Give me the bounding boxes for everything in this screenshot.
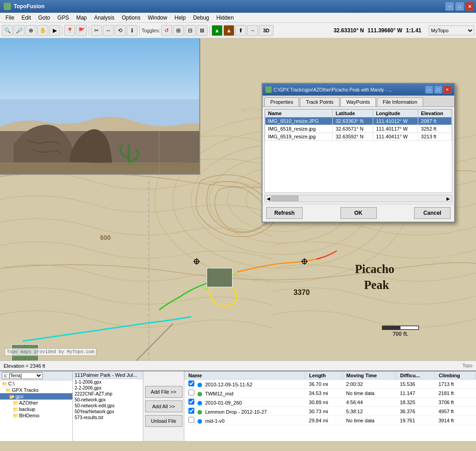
add-file-button[interactable]: Add File >> bbox=[145, 386, 182, 398]
unload-file-button[interactable]: Unload File bbox=[145, 415, 182, 427]
toggles-label: Toggles: bbox=[142, 28, 160, 33]
cancel-button[interactable]: Cancel bbox=[414, 207, 451, 219]
add-all-button[interactable]: Add All >> bbox=[145, 400, 182, 412]
tree-item-bhdemo[interactable]: 📁 BHDemo bbox=[0, 412, 72, 419]
track-checkbox-2[interactable] bbox=[188, 399, 194, 405]
track-length-3: 30.73 mi bbox=[305, 407, 343, 416]
btn-3d[interactable]: 3D bbox=[259, 25, 273, 36]
svg-text:Peak: Peak bbox=[364, 279, 389, 292]
track-row-4[interactable]: mid-1-v0 29.84 mi No time data 19.761 39… bbox=[185, 416, 476, 425]
info-button[interactable]: ℹ bbox=[127, 25, 137, 36]
tree-item-gpx-tracks[interactable]: 📁 GPX Tracks bbox=[0, 387, 72, 393]
wp-lon-0: 111.41012° W bbox=[373, 117, 418, 125]
tree-item-gpx[interactable]: 📂 gpx bbox=[0, 393, 72, 400]
waypoint-row-1[interactable]: IMG_6518_resize.jpg 32.63571° N 111.4011… bbox=[265, 125, 452, 133]
dialog-scrollbar-thumb[interactable] bbox=[271, 196, 299, 201]
track-checkbox-0[interactable] bbox=[188, 380, 194, 386]
dialog-tabs: Properties Track Points WayPoints File I… bbox=[263, 96, 454, 107]
toggle-3[interactable]: ⊟ bbox=[185, 25, 196, 36]
color-btn-2[interactable]: ▲ bbox=[223, 25, 234, 36]
file-item-2[interactable]: 2222CNF-AZT.shp bbox=[73, 391, 143, 397]
menu-options[interactable]: Options bbox=[118, 14, 144, 22]
zoom-in-button[interactable]: 🔍 bbox=[2, 25, 13, 36]
dialog-minimize-button[interactable]: ─ bbox=[425, 86, 433, 94]
export-button[interactable]: ⬆ bbox=[235, 25, 246, 36]
menu-bar: File Edit Goto GPS Map Analysis Options … bbox=[0, 13, 476, 23]
track-col-length: Length bbox=[305, 372, 343, 380]
track-checkbox-1[interactable] bbox=[188, 390, 194, 395]
dialog-maximize-button[interactable]: □ bbox=[434, 86, 442, 94]
toggle-1[interactable]: ↺ bbox=[161, 25, 172, 36]
wp-elev-1: 3252 ft bbox=[418, 125, 452, 133]
toggle-2[interactable]: ⊞ bbox=[173, 25, 184, 36]
tab-track-points[interactable]: Track Points bbox=[300, 97, 339, 106]
toggle-4[interactable]: ⊠ bbox=[197, 25, 208, 36]
folder-icon-4: 📁 bbox=[13, 407, 18, 412]
pan-button[interactable]: ✋ bbox=[37, 25, 48, 36]
cut-button[interactable]: ✂ bbox=[91, 25, 102, 36]
menu-edit[interactable]: Edit bbox=[18, 14, 35, 22]
menu-analysis[interactable]: Analysis bbox=[91, 14, 118, 22]
reverse-button[interactable]: ⟲ bbox=[115, 25, 126, 36]
toolbar-sep-4 bbox=[209, 25, 210, 35]
tree-item-azother[interactable]: 📁 AZOther bbox=[0, 400, 72, 406]
refresh-button[interactable]: Refresh bbox=[266, 207, 303, 219]
track-row-1[interactable]: TWM12_mid 34.53 mi No time data 11.147 2… bbox=[185, 389, 476, 398]
track-row-3[interactable]: Lemmon Drop - 2012-10-27 30.73 mi 5:38:1… bbox=[185, 407, 476, 416]
app-icon bbox=[4, 3, 11, 10]
select-button[interactable]: ▶ bbox=[49, 25, 60, 36]
menu-file[interactable]: File bbox=[2, 14, 18, 22]
arrow-button[interactable]: → bbox=[247, 25, 258, 36]
maximize-button[interactable]: □ bbox=[455, 2, 464, 11]
svg-rect-24 bbox=[382, 326, 400, 329]
flag-button[interactable]: 🚩 bbox=[76, 25, 87, 36]
track-row-0[interactable]: 2010-12-09-15-11-52 36.70 mi 2:00:32 15.… bbox=[185, 380, 476, 389]
waypoint-button[interactable]: 📍 bbox=[64, 25, 75, 36]
track-list-panel[interactable]: Name Length Moving Time Difficu... Climb… bbox=[184, 371, 476, 441]
color-btn-1[interactable]: ▲ bbox=[212, 25, 223, 36]
drive-select[interactable]: c: [Terra] bbox=[2, 372, 43, 379]
file-item-4[interactable]: 50-network-edit.gpx bbox=[73, 403, 143, 409]
file-item-6[interactable]: 573-results.txt bbox=[73, 415, 143, 421]
map-source-select[interactable]: MyTopo USGS Topo Aerial Street bbox=[429, 25, 474, 35]
waypoint-row-0[interactable]: IMG_6510_resize.JPG 32.63363° N 111.4101… bbox=[265, 117, 452, 125]
menu-map[interactable]: Map bbox=[72, 14, 90, 22]
menu-help[interactable]: Help bbox=[171, 14, 189, 22]
dialog-table-area[interactable]: Name Latitude Longitude Elevation IMG_65… bbox=[264, 109, 452, 193]
waypoint-row-2[interactable]: IMG_6519_resize.jpg 32.63592° N 111.4041… bbox=[265, 133, 452, 141]
track-climbing-2: 3706 ft bbox=[435, 398, 476, 407]
dialog-title: C:\GPX Tracks\gpx\AZOther\Picacho Peak w… bbox=[273, 87, 392, 92]
file-item-1[interactable]: 2-2-2006.gpx bbox=[73, 385, 143, 391]
join-button[interactable]: ↔ bbox=[103, 25, 114, 36]
menu-hidden[interactable]: Hidden bbox=[213, 14, 238, 22]
file-item-0[interactable]: 1-1-2006.gpx bbox=[73, 379, 143, 385]
dialog-scrollbar[interactable]: ◀ ▶ bbox=[264, 195, 452, 202]
tab-file-info[interactable]: File Information bbox=[377, 97, 423, 106]
dialog-close-button[interactable]: ✕ bbox=[443, 86, 451, 94]
tree-item-c[interactable]: 📁 C:\ bbox=[0, 380, 72, 387]
menu-window[interactable]: Window bbox=[144, 14, 171, 22]
close-button[interactable]: ✕ bbox=[465, 2, 474, 11]
wp-elev-0: 2087 ft bbox=[418, 117, 452, 125]
elevation-display: Elevation = 2346 ft bbox=[4, 363, 45, 369]
tab-waypoints[interactable]: WayPoints bbox=[340, 97, 376, 106]
tree-item-backup[interactable]: 📁 backup bbox=[0, 406, 72, 412]
menu-goto[interactable]: Goto bbox=[35, 14, 54, 22]
file-item-3[interactable]: 50-network.gpx bbox=[73, 397, 143, 403]
track-checkbox-3[interactable] bbox=[188, 408, 194, 414]
wp-lat-2: 32.63592° N bbox=[333, 133, 373, 141]
minimize-button[interactable]: ─ bbox=[445, 2, 454, 11]
tree-label-c: C:\ bbox=[8, 381, 15, 386]
zoom-out-button[interactable]: 🔎 bbox=[14, 25, 25, 36]
map-container[interactable]: 600 bbox=[0, 38, 476, 360]
ok-button[interactable]: OK bbox=[340, 207, 377, 219]
menu-gps[interactable]: GPS bbox=[54, 14, 72, 22]
file-item-5[interactable]: 50YearNetwork.gpx bbox=[73, 409, 143, 415]
cursor-button[interactable]: ⊕ bbox=[25, 25, 36, 36]
track-climbing-0: 1713 ft bbox=[435, 380, 476, 389]
menu-debug[interactable]: Debug bbox=[189, 14, 213, 22]
track-row-2[interactable]: 2010-01-09_260 30.89 mi 4:56:44 18.325 3… bbox=[185, 398, 476, 407]
track-checkbox-4[interactable] bbox=[188, 417, 194, 423]
track-diff-1: 11.147 bbox=[396, 389, 435, 398]
tab-properties[interactable]: Properties bbox=[264, 97, 299, 106]
